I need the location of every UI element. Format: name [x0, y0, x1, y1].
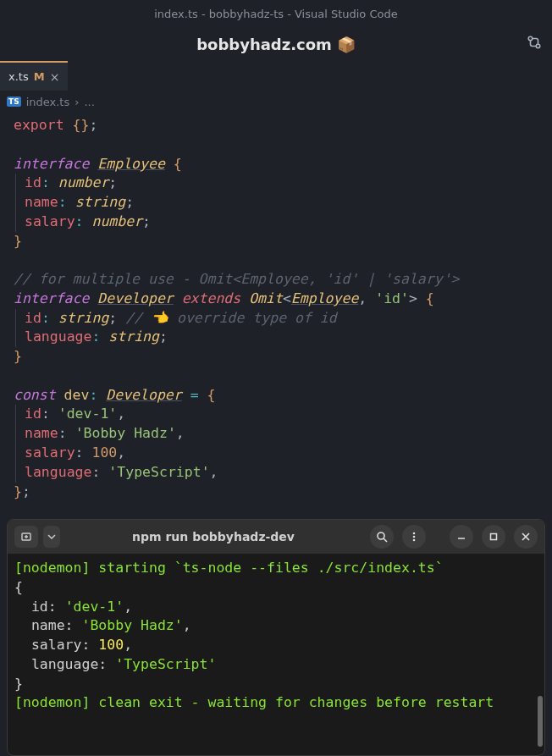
new-tab-button[interactable]: [14, 526, 38, 548]
search-icon[interactable]: [370, 525, 394, 549]
window-title-bar: index.ts - bobbyhadz-ts - Visual Studio …: [0, 0, 552, 27]
maximize-button[interactable]: [482, 525, 505, 549]
cube-icon: 📦: [337, 36, 356, 53]
tab-index-ts[interactable]: x.ts M ×: [0, 61, 68, 91]
terminal-titlebar: npm run bobbyhadz-dev: [8, 520, 544, 554]
menu-icon[interactable]: [402, 525, 426, 549]
svg-point-0: [528, 36, 533, 41]
terminal-window: npm run bobbyhadz-dev [nodemon] starting…: [7, 519, 545, 756]
code-editor[interactable]: export {}; interface Employee { id: numb…: [0, 113, 552, 544]
header-row: bobbyhadz.com 📦: [0, 27, 552, 61]
tab-dropdown-button[interactable]: [43, 526, 60, 548]
page-title: bobbyhadz.com 📦: [196, 36, 356, 53]
tab-modified-indicator: M: [34, 70, 45, 83]
svg-point-3: [378, 533, 384, 539]
tab-bar: x.ts M ×: [0, 61, 552, 91]
terminal-title: npm run bobbyhadz-dev: [65, 530, 362, 544]
svg-point-5: [413, 536, 416, 538]
tab-label: x.ts: [8, 70, 29, 83]
git-compare-icon[interactable]: [527, 35, 542, 53]
breadcrumb[interactable]: TS index.ts › ...: [0, 91, 552, 113]
svg-point-1: [536, 44, 540, 48]
ts-file-icon: TS: [7, 97, 21, 107]
terminal-body[interactable]: [nodemon] starting `ts-node --files ./sr…: [8, 554, 544, 755]
svg-point-6: [413, 539, 416, 542]
close-icon[interactable]: ×: [50, 70, 60, 84]
window-title: index.ts - bobbyhadz-ts - Visual Studio …: [154, 8, 398, 20]
pointing-hand-icon: 👈: [151, 310, 168, 326]
breadcrumb-file: index.ts: [26, 96, 70, 108]
svg-rect-7: [491, 534, 497, 540]
scrollbar-thumb[interactable]: [538, 696, 543, 747]
svg-point-4: [413, 533, 416, 535]
minimize-button[interactable]: [450, 525, 473, 549]
close-button[interactable]: [514, 525, 538, 549]
